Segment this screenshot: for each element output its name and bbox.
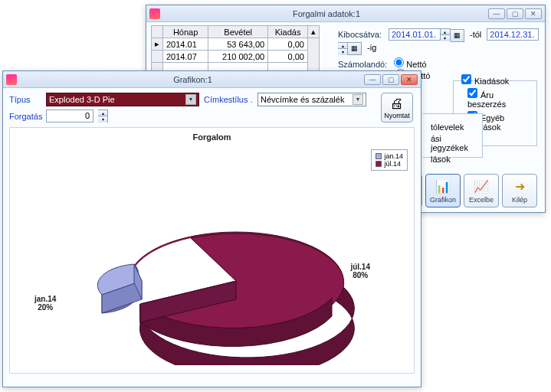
app-icon (149, 8, 160, 19)
legend-swatch-icon (376, 161, 382, 167)
to-suffix: -ig (367, 43, 376, 52)
titlebar[interactable]: Forgalmi adatok:1 — ▢ ✕ (146, 5, 545, 22)
cimke-combo[interactable]: Névcímke és százalék ▾ (257, 93, 366, 106)
left-menu-fragment: tólevelek ási jegyzékek lások (423, 113, 483, 158)
kiadasok-title[interactable]: Kiadások (461, 74, 529, 86)
close-button[interactable]: ✕ (525, 8, 542, 19)
slice-label-a: jan.14 20% (34, 295, 56, 312)
kilep-button[interactable]: ➜ Kilép (502, 174, 537, 207)
check-aru[interactable]: Áru beszerzés (467, 88, 529, 109)
window-title: Forgalmi adatok:1 (165, 9, 488, 18)
close-button[interactable]: ✕ (401, 74, 418, 85)
scroll-up-icon[interactable]: ▴ (308, 26, 320, 38)
forgatas-input[interactable]: 0 (46, 109, 93, 122)
date-to-spinner[interactable]: ▴▾ (338, 42, 348, 55)
legend-swatch-icon (376, 153, 382, 159)
slice-label-b: júl.14 80% (350, 263, 370, 279)
minimize-button[interactable]: — (488, 8, 505, 19)
col-bevetel[interactable]: Bevétel (208, 26, 268, 38)
grafikon-window: Grafikon:1 — ▢ ✕ Típus Exploded 3-D Pie … (2, 70, 421, 387)
calendar-to-icon[interactable]: ▦ (348, 42, 362, 55)
menu-item[interactable]: tólevelek (431, 122, 474, 132)
chevron-down-icon: ▾ (353, 94, 363, 105)
exit-icon: ➜ (511, 178, 528, 194)
maximize-button[interactable]: ▢ (382, 74, 399, 85)
pie-chart: jan.14 20% júl.14 80% (48, 204, 378, 365)
print-button[interactable]: 🖨 Nyomtat (381, 93, 413, 122)
app-icon (6, 74, 17, 85)
titlebar[interactable]: Grafikon:1 — ▢ ✕ (3, 71, 421, 88)
chart-title: Forgalom (10, 132, 414, 142)
chart-area: Forgalom jan.14 júl.14 (9, 127, 415, 374)
tipus-label: Típus (9, 95, 41, 104)
minimize-button[interactable]: — (364, 74, 381, 85)
date-from-spinner[interactable]: ▴▾ (441, 28, 451, 41)
menu-item[interactable]: lások (431, 155, 474, 164)
date-from-input[interactable]: 2014.01.01. (389, 28, 441, 41)
forgatas-spinner[interactable]: ▴▾ (98, 109, 108, 122)
forgatas-label: Forgatás (9, 112, 41, 121)
from-suffix: -tól (470, 30, 481, 39)
legend: jan.14 júl.14 (371, 149, 408, 171)
date-to-input[interactable]: 2014.12.31. (487, 28, 539, 41)
table-row[interactable]: 2014.07 210 002,00 0,00 (152, 51, 320, 63)
excel-icon: 📈 (473, 178, 490, 194)
calendar-from-icon[interactable]: ▦ (451, 29, 464, 42)
row-marker (152, 51, 163, 63)
col-honap[interactable]: Hónap (163, 26, 208, 38)
window-title: Grafikon:1 (21, 75, 364, 84)
excelbe-button[interactable]: 📈 Excelbe (464, 174, 499, 207)
grafikon-button[interactable]: 📊 Grafikon (425, 174, 461, 207)
row-marker: ▸ (152, 38, 163, 51)
legend-label: júl.14 (384, 160, 401, 168)
chart-icon: 📊 (435, 178, 451, 194)
legend-label: jan.14 (384, 152, 403, 160)
radio-netto[interactable]: Nettó (394, 60, 426, 69)
kibocsatva-label: Kibocsátva: (338, 30, 382, 39)
menu-item[interactable]: ási jegyzékek (431, 134, 474, 152)
table-row[interactable]: ▸ 2014.01 53 643,00 0,00 (152, 38, 320, 51)
tipus-combo[interactable]: Exploded 3-D Pie ▾ (46, 93, 199, 106)
szamolando-label: Számolandó: (338, 60, 387, 69)
printer-icon: 🖨 (382, 96, 412, 112)
chevron-down-icon: ▾ (185, 94, 196, 105)
maximize-button[interactable]: ▢ (507, 8, 523, 19)
col-kiadas[interactable]: Kiadás (268, 26, 308, 38)
cimke-label: Címkestílus . (204, 95, 253, 104)
grid-corner (152, 26, 163, 38)
